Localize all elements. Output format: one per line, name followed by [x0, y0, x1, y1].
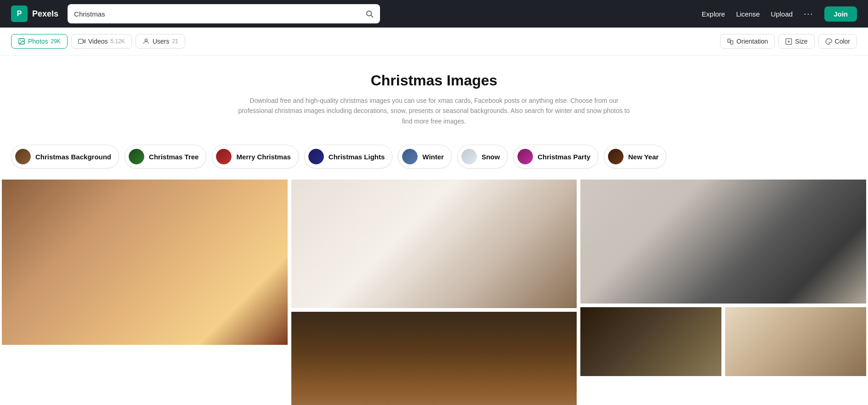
logo-area[interactable]: P Pexels	[11, 6, 58, 22]
photo-col-2	[289, 178, 579, 405]
chip-label: Merry Christmas	[236, 153, 290, 161]
chip-avatar-inner	[517, 149, 533, 164]
chip-avatar-inner	[608, 149, 624, 164]
chip-avatar	[216, 149, 232, 164]
site-header: P Pexels Explore License Upload ··· Join	[0, 0, 868, 28]
svg-rect-5	[79, 39, 83, 43]
svg-rect-7	[728, 39, 730, 42]
logo-icon: P	[11, 6, 28, 22]
orientation-filter[interactable]: Orientation	[720, 34, 775, 49]
hero-description: Download free and high-quality christmas…	[237, 96, 632, 126]
chip-avatar-inner	[461, 149, 477, 164]
chip-snow[interactable]: Snow	[457, 145, 508, 169]
svg-marker-4	[83, 40, 85, 43]
chip-label: Christmas Lights	[329, 153, 385, 161]
chip-label: Christmas Party	[538, 153, 590, 161]
tab-users[interactable]: Users 21	[136, 34, 185, 49]
photo-grid	[0, 170, 868, 405]
chip-avatar-inner	[216, 149, 232, 164]
photo-col-3	[579, 178, 868, 405]
svg-line-1	[371, 15, 373, 17]
chip-avatar-inner	[402, 149, 418, 164]
chip-label: Christmas Tree	[149, 153, 199, 161]
user-icon	[142, 38, 150, 45]
chip-christmas-lights[interactable]: Christmas Lights	[304, 145, 393, 169]
photo-col-3-bottom-row	[579, 305, 868, 378]
search-bar	[68, 4, 380, 23]
chip-avatar	[608, 149, 624, 164]
size-label: Size	[795, 38, 807, 45]
photo-item[interactable]	[580, 180, 866, 304]
svg-point-3	[20, 40, 21, 41]
tab-photos[interactable]: Photos 29K	[11, 34, 68, 49]
color-icon	[825, 38, 832, 45]
nav-upload[interactable]: Upload	[771, 10, 793, 18]
chip-winter[interactable]: Winter	[398, 145, 452, 169]
chip-label: Winter	[422, 153, 444, 161]
chip-label: New Year	[628, 153, 658, 161]
photo-item[interactable]	[291, 312, 577, 405]
chip-christmas-party[interactable]: Christmas Party	[513, 145, 598, 169]
join-button[interactable]: Join	[824, 6, 857, 22]
chips-wrapper: Christmas Background Christmas Tree Merr…	[0, 135, 868, 170]
tab-photos-label: Photos	[28, 38, 48, 45]
search-icon	[365, 10, 374, 18]
color-label: Color	[835, 38, 850, 45]
tab-videos-count: 5.12K	[111, 38, 125, 45]
tab-videos[interactable]: Videos 5.12K	[71, 34, 132, 49]
photo-col-1	[0, 178, 289, 405]
chip-christmas-background[interactable]: Christmas Background	[11, 145, 119, 169]
chip-label: Christmas Background	[35, 153, 111, 161]
header-nav: Explore License Upload ··· Join	[702, 6, 857, 22]
nav-more[interactable]: ···	[804, 9, 813, 19]
video-icon	[78, 38, 85, 45]
chip-label: Snow	[482, 153, 500, 161]
tab-videos-label: Videos	[88, 38, 108, 45]
color-filter[interactable]: Color	[818, 34, 857, 49]
logo-name: Pexels	[32, 9, 58, 19]
chip-avatar	[461, 149, 477, 164]
svg-rect-8	[731, 40, 733, 44]
hero-title: Christmas Images	[11, 72, 857, 89]
chip-avatar	[308, 149, 324, 164]
tab-photos-count: 29K	[51, 38, 61, 45]
chip-avatar-inner	[308, 149, 324, 164]
chip-avatar-inner	[15, 149, 31, 164]
chip-merry-christmas[interactable]: Merry Christmas	[212, 145, 298, 169]
chip-new-year[interactable]: New Year	[604, 145, 666, 169]
hero-section: Christmas Images Download free and high-…	[0, 56, 868, 135]
tabs-right: Orientation Size Color	[720, 34, 857, 49]
photo-item[interactable]	[725, 307, 866, 376]
tab-users-count: 21	[172, 38, 178, 45]
tab-users-label: Users	[153, 38, 170, 45]
photo-item[interactable]	[580, 307, 721, 376]
chips-row: Christmas Background Christmas Tree Merr…	[11, 145, 857, 170]
nav-explore[interactable]: Explore	[702, 10, 725, 18]
nav-license[interactable]: License	[736, 10, 760, 18]
photo-item[interactable]	[2, 180, 288, 345]
size-filter[interactable]: Size	[778, 34, 814, 49]
orientation-icon	[727, 38, 734, 45]
photo-icon	[18, 38, 25, 45]
orientation-label: Orientation	[737, 38, 768, 45]
svg-point-6	[145, 39, 147, 41]
chip-avatar	[15, 149, 31, 164]
search-input[interactable]	[74, 10, 362, 18]
photo-item[interactable]	[291, 180, 577, 308]
chip-avatar-inner	[129, 149, 144, 164]
chip-avatar	[402, 149, 418, 164]
size-icon	[785, 38, 792, 45]
chip-avatar	[517, 149, 533, 164]
chip-christmas-tree[interactable]: Christmas Tree	[125, 145, 206, 169]
search-button[interactable]	[365, 10, 374, 18]
tabs-bar: Photos 29K Videos 5.12K Users 21 Orienta…	[0, 28, 868, 56]
tabs-left: Photos 29K Videos 5.12K Users 21	[11, 34, 185, 49]
chip-avatar	[129, 149, 144, 164]
